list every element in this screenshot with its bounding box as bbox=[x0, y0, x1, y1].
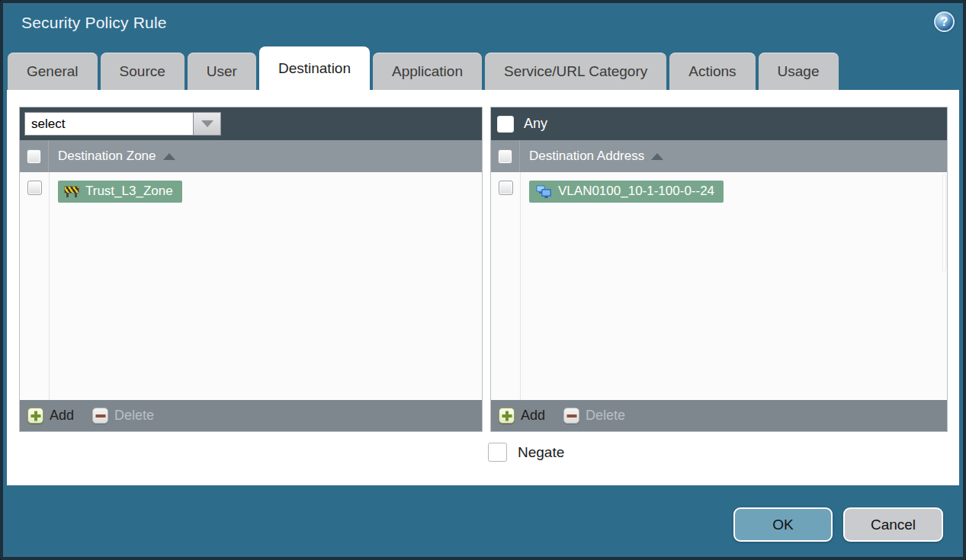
zone-item-label: Trust_L3_Zone bbox=[85, 184, 173, 199]
chevron-down-icon bbox=[201, 120, 213, 127]
destination-tab-content: select Destination Zone Tr bbox=[7, 90, 959, 485]
table-row: VLAN0100_10-1-100-0--24 bbox=[491, 172, 947, 203]
tab-user[interactable]: User bbox=[188, 53, 256, 90]
address-delete-label: Delete bbox=[586, 408, 625, 424]
negate-label: Negate bbox=[518, 444, 564, 461]
minus-icon bbox=[563, 408, 579, 424]
address-row-checkbox[interactable] bbox=[499, 181, 513, 195]
minus-icon bbox=[92, 408, 108, 424]
zone-select-all-checkbox[interactable] bbox=[27, 149, 41, 164]
tab-source[interactable]: Source bbox=[101, 53, 185, 90]
plus-icon bbox=[499, 408, 515, 424]
zone-select-input[interactable]: select bbox=[24, 112, 193, 136]
any-checkbox[interactable] bbox=[497, 116, 514, 133]
address-item-label: VLAN0100_10-1-100-0--24 bbox=[558, 184, 714, 199]
address-delete-button[interactable]: Delete bbox=[563, 408, 625, 424]
destination-zone-panel: select Destination Zone Tr bbox=[19, 107, 483, 432]
zone-list: Trust_L3_Zone bbox=[20, 172, 482, 400]
ok-button[interactable]: OK bbox=[733, 507, 833, 542]
address-column-header[interactable]: Destination Address bbox=[491, 140, 947, 172]
zone-item-trust-l3-zone[interactable]: Trust_L3_Zone bbox=[58, 181, 182, 203]
tab-destination[interactable]: Destination bbox=[259, 46, 370, 90]
negate-checkbox[interactable] bbox=[488, 443, 507, 462]
security-policy-rule-dialog: Security Policy Rule ? General Source Us… bbox=[0, 0, 966, 560]
zone-add-label: Add bbox=[50, 408, 74, 424]
dialog-button-bar: OK Cancel bbox=[733, 507, 943, 542]
tab-bar: General Source User Destination Applicat… bbox=[8, 46, 958, 90]
address-column-label: Destination Address bbox=[529, 149, 644, 164]
address-group-icon bbox=[535, 184, 552, 198]
any-option: Any bbox=[496, 116, 547, 133]
plus-icon bbox=[27, 408, 43, 424]
help-icon[interactable]: ? bbox=[934, 11, 955, 32]
zone-select-all-cell bbox=[20, 140, 49, 172]
address-panel-toolbar: Any bbox=[491, 107, 947, 140]
zone-select-dropdown-button[interactable] bbox=[193, 112, 221, 136]
any-label: Any bbox=[524, 116, 547, 132]
address-panel-footer: Add Delete bbox=[491, 400, 947, 431]
zone-row-checkbox[interactable] bbox=[27, 181, 42, 195]
tab-service-url-category[interactable]: Service/URL Category bbox=[485, 53, 666, 90]
address-item-vlan0100[interactable]: VLAN0100_10-1-100-0--24 bbox=[529, 181, 724, 203]
zone-delete-label: Delete bbox=[114, 408, 154, 424]
address-list: VLAN0100_10-1-100-0--24 bbox=[491, 172, 947, 400]
zone-panel-footer: Add Delete bbox=[20, 400, 482, 431]
negate-option: Negate bbox=[488, 443, 564, 462]
zone-select-dropdown[interactable]: select bbox=[24, 112, 221, 136]
tab-general[interactable]: General bbox=[8, 53, 98, 90]
destination-address-panel: Any Destination Address bbox=[490, 107, 948, 432]
sort-ascending-icon bbox=[651, 153, 663, 160]
sort-ascending-icon bbox=[163, 153, 175, 160]
zone-panel-toolbar: select bbox=[20, 107, 482, 140]
cancel-button[interactable]: Cancel bbox=[843, 507, 943, 542]
zone-add-button[interactable]: Add bbox=[27, 408, 74, 424]
zone-delete-button[interactable]: Delete bbox=[92, 408, 154, 424]
tab-application[interactable]: Application bbox=[373, 53, 482, 90]
zone-column-label: Destination Zone bbox=[58, 149, 156, 164]
address-select-all-cell bbox=[491, 140, 520, 172]
zone-column-header[interactable]: Destination Zone bbox=[20, 140, 482, 172]
tab-usage[interactable]: Usage bbox=[759, 53, 839, 90]
table-row: Trust_L3_Zone bbox=[20, 172, 482, 203]
address-add-button[interactable]: Add bbox=[499, 408, 545, 424]
address-select-all-checkbox[interactable] bbox=[498, 149, 512, 164]
scrollbar[interactable] bbox=[942, 174, 946, 272]
tab-actions[interactable]: Actions bbox=[669, 53, 755, 90]
zone-icon bbox=[64, 186, 79, 197]
dialog-title: Security Policy Rule bbox=[21, 14, 167, 32]
address-add-label: Add bbox=[521, 408, 545, 424]
